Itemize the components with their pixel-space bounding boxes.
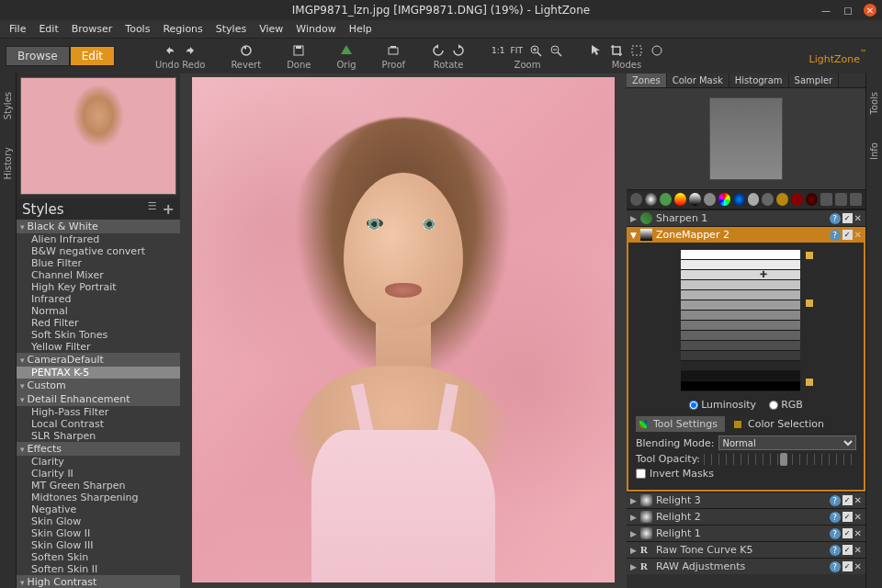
zone-strip[interactable]: ✚ [636, 250, 856, 391]
thumbnail-preview[interactable] [20, 77, 176, 195]
canvas-area[interactable] [180, 74, 627, 588]
menu-browser[interactable]: Browser [66, 21, 119, 37]
menu-help[interactable]: Help [344, 21, 378, 37]
blending-mode-select[interactable]: Normal [718, 435, 856, 450]
zone-handle[interactable] [806, 379, 813, 386]
tab-zones[interactable]: Zones [627, 74, 667, 87]
tool-relight3[interactable]: ▶Relight 3?✓✕ [627, 492, 865, 508]
style-item[interactable]: Clarity II [17, 468, 180, 480]
enable-checkbox[interactable]: ✓ [842, 230, 853, 240]
tool-icon[interactable] [630, 193, 642, 206]
menu-tools[interactable]: Tools [119, 21, 155, 37]
browse-mode-button[interactable]: Browse [6, 46, 70, 66]
tool-icon[interactable] [762, 193, 774, 206]
tool-settings-tab[interactable]: Tool Settings [636, 416, 725, 432]
zoom-in-icon[interactable] [528, 43, 543, 58]
rotate-mode-icon[interactable] [650, 43, 664, 58]
style-item[interactable]: Yellow Filter [17, 341, 180, 353]
delete-icon[interactable]: ✕ [854, 213, 862, 223]
tool-rawtone[interactable]: ▶RRaw Tone Curve K5?✓✕ [627, 542, 865, 558]
style-item[interactable]: Channel Mixer [17, 269, 180, 281]
invert-masks-checkbox[interactable] [636, 469, 646, 479]
tool-icon[interactable] [820, 193, 832, 206]
style-item[interactable]: PENTAX K-5 [17, 367, 180, 379]
style-category[interactable]: Detail Enhancement [17, 392, 180, 406]
tool-icon[interactable] [674, 193, 686, 206]
tool-sharpen[interactable]: ▶ Sharpen 1 ?✓✕ [627, 210, 865, 226]
tool-rawadj[interactable]: ▶RRAW Adjustments?✓✕ [627, 559, 865, 574]
enable-checkbox[interactable]: ✓ [842, 213, 853, 223]
tool-icon[interactable] [689, 193, 701, 206]
maximize-icon[interactable]: □ [842, 4, 854, 17]
tab-styles[interactable]: Styles [3, 92, 13, 119]
rotate-group[interactable]: Rotate [431, 42, 466, 70]
zoom-out-icon[interactable] [548, 43, 563, 58]
tab-history[interactable]: History [3, 147, 13, 180]
style-item[interactable]: Clarity [17, 456, 180, 468]
style-item[interactable]: Skin Glow II [17, 527, 180, 539]
modes-group[interactable]: Modes [589, 42, 664, 70]
proof-group[interactable]: Proof [382, 42, 406, 70]
style-category[interactable]: Black & White [17, 220, 180, 233]
minimize-icon[interactable]: — [820, 4, 832, 17]
style-category[interactable]: Effects [17, 442, 180, 456]
done-group[interactable]: Done [287, 42, 311, 70]
undo-icon[interactable] [163, 43, 177, 58]
delete-icon[interactable]: ✕ [854, 230, 862, 240]
style-item[interactable]: B&W negative convert [17, 245, 180, 257]
rgb-radio[interactable]: RGB [769, 399, 803, 411]
tool-relight2[interactable]: ▶Relight 2?✓✕ [627, 509, 865, 525]
zone-handles[interactable] [800, 250, 811, 391]
tool-zonemapper[interactable]: ▼ ZoneMapper 2 ?✓✕ [627, 227, 865, 243]
help-icon[interactable]: ? [830, 230, 841, 241]
tab-info[interactable]: Info [869, 142, 879, 160]
crop-icon[interactable] [609, 43, 624, 58]
menu-view[interactable]: View [254, 21, 288, 37]
zoom-fit-icon[interactable]: FIT [511, 46, 523, 55]
menu-styles[interactable]: Styles [210, 21, 252, 37]
pointer-icon[interactable] [589, 43, 604, 58]
rotate-right-icon[interactable] [451, 43, 466, 58]
style-category[interactable]: High Contrast [17, 575, 180, 588]
menu-regions[interactable]: Regions [157, 21, 208, 37]
tool-icon[interactable] [791, 193, 803, 206]
style-item[interactable]: High Key Portrait [17, 281, 180, 293]
style-item[interactable]: Soften Skin [17, 551, 180, 563]
orig-group[interactable]: Orig [336, 42, 356, 70]
color-selection-tab[interactable]: Color Selection [730, 416, 831, 432]
menu-file[interactable]: File [4, 21, 31, 37]
revert-group[interactable]: Revert [231, 42, 261, 70]
rotate-left-icon[interactable] [431, 43, 446, 58]
tool-icon[interactable] [718, 193, 730, 206]
style-item[interactable]: MT Green Sharpen [17, 480, 180, 492]
style-item[interactable]: High-Pass Filter [17, 406, 180, 418]
style-item[interactable]: SLR Sharpen [17, 430, 180, 442]
tab-tools[interactable]: Tools [869, 92, 879, 115]
styles-list-icon[interactable]: ☰ [148, 200, 157, 218]
redo-icon[interactable] [183, 43, 198, 58]
menu-edit[interactable]: Edit [33, 21, 63, 37]
tab-sampler[interactable]: Sampler [789, 74, 840, 87]
style-item[interactable]: Soft Skin Tones [17, 329, 180, 341]
tool-icon[interactable] [645, 193, 657, 206]
menu-window[interactable]: Window [290, 21, 341, 37]
style-item[interactable]: Soften Skin II [17, 563, 180, 575]
style-category[interactable]: CameraDefault [17, 353, 180, 367]
style-item[interactable]: Local Contrast [17, 418, 180, 430]
tool-icon[interactable] [704, 193, 716, 206]
tool-icon[interactable] [733, 193, 745, 206]
help-icon[interactable]: ? [830, 213, 841, 224]
tab-histogram[interactable]: Histogram [729, 74, 789, 87]
luminosity-radio[interactable]: Luminosity [689, 399, 756, 411]
tool-icon[interactable] [850, 193, 862, 206]
tool-icon[interactable] [748, 193, 760, 206]
style-item[interactable]: Blue Filter [17, 257, 180, 269]
style-item[interactable]: Alien Infrared [17, 233, 180, 245]
zoom-11-icon[interactable]: 1:1 [492, 46, 504, 55]
style-item[interactable]: Skin Glow [17, 515, 180, 527]
style-item[interactable]: Skin Glow III [17, 539, 180, 551]
style-item[interactable]: Red Filter [17, 317, 180, 329]
tool-icon[interactable] [660, 193, 672, 206]
zoom-group[interactable]: 1:1 FIT Zoom [492, 42, 563, 70]
tab-colormask[interactable]: Color Mask [667, 74, 729, 87]
